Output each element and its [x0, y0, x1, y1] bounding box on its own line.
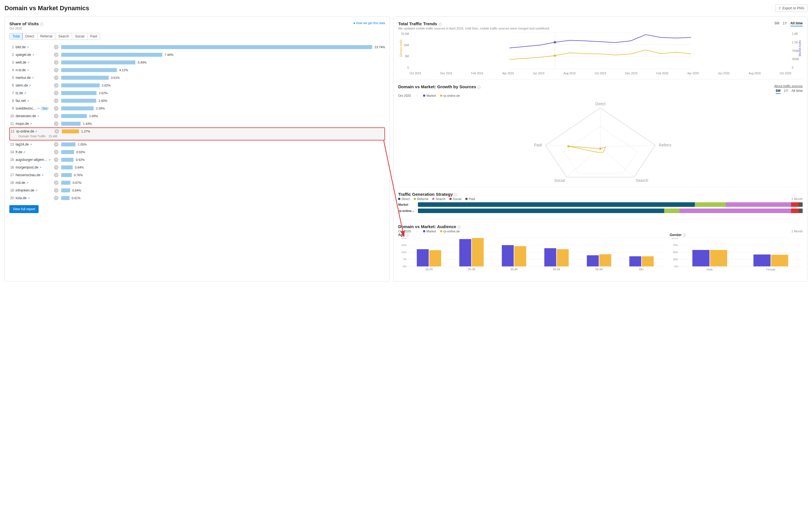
external-link-icon[interactable]: ↗ [27, 61, 29, 64]
tab-paid[interactable]: Paid [87, 33, 100, 40]
domain-row[interactable]: 5 merkur.de↗ + 3.51% [9, 74, 385, 82]
add-icon[interactable]: + [54, 114, 58, 118]
domain-name[interactable]: merkur.de↗ [16, 76, 54, 80]
external-link-icon[interactable]: ↗ [30, 122, 32, 125]
info-icon[interactable]: i [458, 226, 461, 229]
external-link-icon[interactable]: ↗ [31, 76, 34, 80]
domain-row[interactable]: 12 rp-online.de↗ + 1.27%Domain Total Tra… [9, 127, 385, 141]
add-icon[interactable]: + [54, 188, 58, 193]
external-link-icon[interactable]: ↗ [28, 197, 30, 200]
domain-name[interactable]: sueddeutsc…↗You [16, 106, 54, 110]
add-icon[interactable]: + [54, 173, 58, 177]
add-icon[interactable]: + [54, 91, 58, 95]
domain-row[interactable]: 1 bild.de↗ + 23.74% [9, 43, 385, 51]
external-link-icon[interactable]: ↗ [26, 181, 28, 184]
range-1y[interactable]: 1Y [783, 21, 787, 26]
range-6m[interactable]: 6M [774, 21, 779, 26]
add-icon[interactable]: + [54, 106, 58, 111]
add-icon[interactable]: + [54, 98, 58, 103]
domain-name[interactable]: tz.de↗ [16, 91, 54, 95]
add-icon[interactable]: + [54, 196, 58, 200]
domain-row[interactable]: 10 derwesten.de↗ + 1.89% [9, 112, 385, 120]
export-button[interactable]: ⇧ Export to PNG [775, 4, 808, 12]
domain-name[interactable]: welt.de↗ [16, 60, 54, 65]
domain-row[interactable]: 13 tag24.de↗ + 1.05% [9, 141, 385, 148]
domain-row[interactable]: 14 fr.de↗ + 0.93% [9, 148, 385, 156]
external-link-icon[interactable]: ↗ [30, 143, 32, 146]
domain-row[interactable]: 18 rnd.de↗ + 0.67% [9, 179, 385, 186]
external-link-icon[interactable]: ↗ [27, 69, 29, 72]
external-link-icon[interactable]: ↗ [35, 130, 37, 133]
add-icon[interactable]: + [54, 142, 58, 147]
domain-row[interactable]: 6 stern.de↗ + 2.82% [9, 82, 385, 89]
external-link-icon[interactable]: ↗ [32, 53, 34, 56]
domain-name[interactable]: n-tv.de↗ [16, 68, 54, 72]
domain-name[interactable]: spiegel.de↗ [16, 53, 54, 57]
add-icon[interactable]: + [54, 121, 58, 126]
tab-social[interactable]: Social [72, 33, 87, 40]
external-link-icon[interactable]: ↗ [48, 158, 50, 161]
info-icon[interactable]: i [40, 23, 43, 26]
domain-row[interactable]: 11 mopo.de↗ + 1.43% [9, 120, 385, 127]
domain-name[interactable]: faz.net↗ [16, 99, 54, 103]
domain-row[interactable]: 2 spiegel.de↗ + 7.48% [9, 51, 385, 58]
add-icon[interactable]: + [54, 157, 58, 162]
tab-referral[interactable]: Referral [38, 33, 56, 40]
external-link-icon[interactable]: ↗ [24, 92, 26, 95]
domain-row[interactable]: 20 ksta.de↗ + 0.61% [9, 194, 385, 202]
domain-name[interactable]: morgenpost.de↗ [16, 166, 54, 169]
info-icon[interactable]: i [406, 233, 409, 237]
domain-name[interactable]: stern.de↗ [16, 83, 54, 87]
range-6m[interactable]: 6M [776, 89, 781, 94]
external-link-icon[interactable]: ↗ [29, 84, 31, 87]
add-icon[interactable]: + [54, 60, 58, 65]
domain-name[interactable]: derwesten.de↗ [16, 114, 54, 118]
add-icon[interactable]: + [54, 83, 58, 88]
domain-name[interactable]: infranken.de↗ [16, 188, 54, 192]
about-traffic-sources-link[interactable]: About traffic sources [774, 84, 803, 88]
add-icon[interactable]: + [54, 75, 58, 80]
info-icon[interactable]: i [477, 86, 481, 89]
domain-row[interactable]: 9 sueddeutsc…↗You + 2.39% [9, 104, 385, 112]
domain-name[interactable]: hessenschau.de↗ [16, 173, 54, 177]
domain-name[interactable]: fr.de↗ [16, 150, 54, 154]
domain-name[interactable]: rnd.de↗ [16, 181, 54, 185]
add-icon[interactable]: + [54, 68, 58, 72]
info-icon[interactable]: i [438, 23, 442, 26]
external-link-icon[interactable]: ↗ [41, 174, 43, 177]
domain-row[interactable]: 4 n-tv.de↗ + 4.12% [9, 66, 385, 74]
domain-row[interactable]: 17 hessenschau.de↗ + 0.76% [9, 171, 385, 179]
add-icon[interactable]: + [54, 181, 58, 185]
view-full-report-button[interactable]: View full report [9, 205, 39, 213]
domain-row[interactable]: 8 faz.net↗ + 2.60% [9, 97, 385, 104]
domain-row[interactable]: 3 welt.de↗ + 5.49% [9, 58, 385, 66]
external-link-icon[interactable]: ↗ [37, 107, 40, 110]
range-alltime[interactable]: All time [791, 21, 803, 26]
external-link-icon[interactable]: ↗ [39, 166, 41, 169]
domain-name[interactable]: mopo.de↗ [16, 122, 54, 126]
tab-direct[interactable]: Direct [23, 33, 37, 40]
add-icon[interactable]: + [54, 165, 58, 170]
add-icon[interactable]: + [54, 53, 58, 57]
external-link-icon[interactable]: ↗ [27, 99, 29, 102]
domain-row[interactable]: 7 tz.de↗ + 2.62% [9, 89, 385, 97]
tab-search[interactable]: Search [55, 33, 72, 40]
external-link-icon[interactable]: ↗ [35, 189, 38, 192]
info-icon[interactable]: i [454, 193, 458, 197]
tab-total[interactable]: Total [9, 33, 23, 40]
domain-name[interactable]: bild.de↗ [16, 45, 54, 49]
domain-row[interactable]: 15 augsburger-allgem…↗ + 0.92% [9, 156, 385, 163]
external-link-icon[interactable]: ↗ [23, 151, 25, 154]
add-icon[interactable]: + [54, 45, 58, 49]
domain-row[interactable]: 16 morgenpost.de↗ + 0.84% [9, 163, 385, 171]
domain-row[interactable]: 19 infranken.de↗ + 0.64% [9, 186, 385, 194]
domain-name[interactable]: tag24.de↗ [16, 142, 54, 146]
add-icon[interactable]: + [55, 129, 59, 134]
external-link-icon[interactable]: ↗ [37, 115, 39, 118]
domain-name[interactable]: ksta.de↗ [16, 196, 54, 200]
info-icon[interactable]: i [683, 233, 686, 237]
add-icon[interactable]: + [54, 150, 58, 154]
external-link-icon[interactable]: ↗ [26, 46, 29, 49]
domain-name[interactable]: augsburger-allgem…↗ [16, 158, 54, 162]
how-we-get-data-link[interactable]: ● How we get this data [353, 21, 385, 25]
